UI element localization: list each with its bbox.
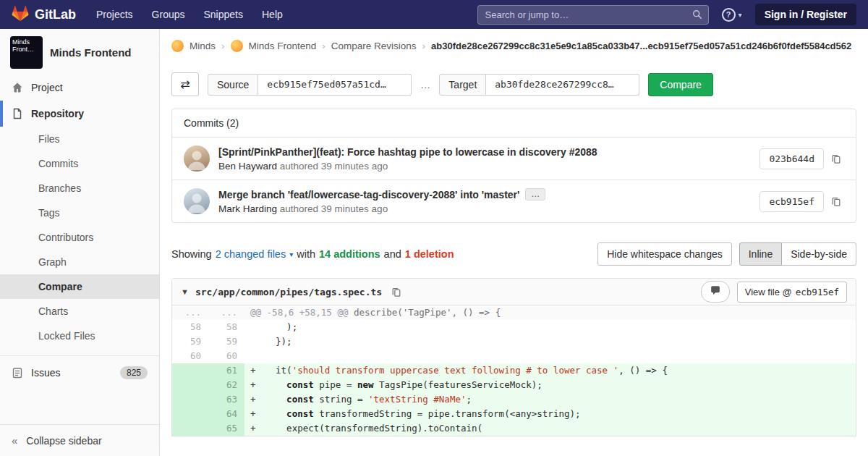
nav-item-help[interactable]: Help: [262, 9, 283, 20]
copy-file-path-button[interactable]: [388, 284, 404, 300]
copy-sha-button[interactable]: [828, 151, 844, 167]
commit-author-avatar[interactable]: [184, 145, 210, 172]
toggle-comments-button[interactable]: [701, 281, 730, 303]
diff-old-line-number[interactable]: [172, 363, 208, 378]
commit-meta: Ben Hayward authored 39 minutes ago: [218, 161, 597, 172]
and-label: and: [384, 248, 401, 260]
project-mini-avatar: [231, 40, 243, 52]
diff-old-line-number[interactable]: 60: [172, 349, 208, 363]
commit-sha[interactable]: 023b644d: [760, 148, 824, 169]
diff-new-line-number[interactable]: 59: [208, 334, 244, 349]
diff-line-content: });: [244, 334, 856, 349]
showing-label: Showing: [171, 248, 212, 260]
diff-file-actions: View file @ ecb915ef: [701, 281, 847, 303]
commit-title-link[interactable]: Merge branch 'feat/lowercase-tag-discove…: [218, 189, 519, 200]
code-segment: const: [286, 379, 314, 390]
nav-item-snippets[interactable]: Snippets: [204, 9, 243, 20]
sidebar-item-contributors[interactable]: Contributors: [0, 225, 159, 250]
commit-list: [Sprint/PinkPanther](feat): Force hashta…: [172, 138, 856, 222]
diff-file-panel: ▼ src/app/common/pipes/tags.spec.ts View…: [171, 278, 856, 436]
diff-line-content: [244, 349, 856, 363]
diff-line-sign: +: [250, 378, 265, 392]
help-menu[interactable]: ? ▾: [722, 8, 742, 22]
code-segment: [265, 379, 286, 390]
commit-author-link[interactable]: Mark Harding: [218, 203, 277, 214]
sign-in-button[interactable]: Sign in / Register: [755, 4, 856, 25]
sidebar-item-commits[interactable]: Commits: [0, 151, 159, 176]
sidebar-item-issues[interactable]: Issues 825: [0, 359, 159, 387]
target-ref-dropdown[interactable]: ab30fde28ce267299cc8…: [486, 74, 639, 96]
changed-files-dropdown[interactable]: 2 changed files: [216, 248, 286, 260]
commit-title-link[interactable]: [Sprint/PinkPanther](feat): Force hashta…: [218, 146, 597, 158]
commit-author-avatar[interactable]: [184, 188, 210, 214]
sidebar-item-repository[interactable]: Repository: [0, 101, 159, 127]
view-file-button[interactable]: View file @ ecb915ef: [737, 282, 847, 303]
compare-revisions-form: ⇄ Source ecb915ef75ed057a51cd… … Target …: [160, 63, 868, 109]
code-segment: [265, 394, 286, 405]
diff-old-line-number[interactable]: 58: [172, 320, 208, 334]
commit-author-link[interactable]: Ben Hayward: [218, 161, 277, 172]
diff-new-line-number[interactable]: 61: [208, 363, 244, 378]
copy-sha-button[interactable]: [828, 193, 844, 210]
diff-new-line-number[interactable]: 60: [208, 349, 244, 363]
diff-old-line-number[interactable]: [172, 392, 208, 407]
diff-line: 62+ const pipe = new TagsPipe(featuresSe…: [172, 378, 856, 392]
code-segment: pipe =: [314, 379, 357, 390]
diff-new-line-number[interactable]: 62: [208, 378, 244, 392]
sidebar-item-compare[interactable]: Compare: [0, 274, 159, 299]
diff-old-line-number[interactable]: [172, 378, 208, 392]
code-segment: describe('TagPipe', () => {: [354, 307, 501, 318]
main-content: Minds › Minds Frontend › Compare Revisio…: [160, 29, 868, 456]
diff-old-line-number[interactable]: 59: [172, 334, 208, 349]
sidebar-item-label: Issues: [31, 367, 60, 379]
breadcrumb-group-link[interactable]: Minds: [190, 41, 216, 51]
compare-button[interactable]: Compare: [648, 73, 713, 96]
sidebar-item-charts[interactable]: Charts: [0, 299, 159, 324]
inline-view-button[interactable]: Inline: [739, 242, 782, 266]
collapse-sidebar-button[interactable]: « Collapse sidebar: [0, 424, 159, 456]
sidebar-item-label: Repository: [31, 108, 84, 119]
diff-new-line-number[interactable]: 58: [208, 320, 244, 334]
diff-old-line-number[interactable]: [172, 407, 208, 421]
issues-icon: [12, 367, 23, 379]
sidebar-item-project[interactable]: Project: [0, 75, 159, 101]
gitlab-home-link[interactable]: GitLab: [12, 5, 76, 24]
commit-message-expander-button[interactable]: …: [525, 188, 545, 200]
hide-whitespace-button[interactable]: Hide whitespace changes: [597, 242, 732, 266]
collapse-diff-icon[interactable]: ▼: [181, 287, 189, 296]
diff-line-sign: +: [250, 421, 265, 436]
project-context-header[interactable]: Minds Front… Minds Frontend: [0, 29, 159, 75]
nav-item-projects[interactable]: Projects: [96, 9, 133, 20]
sidebar-item-branches[interactable]: Branches: [0, 176, 159, 200]
source-ref-dropdown[interactable]: ecb915ef75ed057a51cd…: [258, 74, 412, 96]
sidebar-item-tags[interactable]: Tags: [0, 200, 159, 225]
code-segment: string =: [314, 394, 368, 405]
sidebar-item-files[interactable]: Files: [0, 127, 159, 151]
search-input[interactable]: [477, 5, 709, 25]
code-segment: new: [357, 379, 374, 390]
diff-new-line-number[interactable]: ...: [208, 305, 244, 320]
side-by-side-view-button[interactable]: Side-by-side: [782, 242, 856, 266]
diff-new-line-number[interactable]: 64: [208, 407, 244, 421]
with-label: with: [297, 248, 315, 260]
sidebar-item-graph[interactable]: Graph: [0, 250, 159, 274]
diff-new-line-number[interactable]: 63: [208, 392, 244, 407]
diff-new-line-number[interactable]: 65: [208, 421, 244, 436]
gitlab-tanuki-icon: [12, 5, 29, 24]
breadcrumb-page-link[interactable]: Compare Revisions: [331, 41, 417, 51]
commit-sha[interactable]: ecb915ef: [760, 191, 824, 212]
swap-revisions-button[interactable]: ⇄: [171, 72, 199, 96]
diff-line-content: );: [244, 320, 856, 334]
nav-item-groups[interactable]: Groups: [152, 9, 185, 20]
breadcrumb-project-link[interactable]: Minds Frontend: [249, 41, 317, 51]
sidebar-item-locked-files[interactable]: Locked Files: [0, 324, 159, 348]
diff-file-path[interactable]: src/app/common/pipes/tags.spec.ts: [195, 287, 382, 297]
diff-table: ......@@ -58,6 +58,15 @@ describe('TagPi…: [172, 305, 856, 436]
diff-old-line-number[interactable]: ...: [172, 305, 208, 320]
code-segment: it(: [265, 365, 292, 376]
target-input-group: Target ab30fde28ce267299cc8…: [439, 74, 639, 96]
diff-line-content: + it('should transform uppercase text fo…: [244, 363, 856, 378]
commits-panel: Commits (2) [Sprint/PinkPanther](feat): …: [171, 109, 856, 223]
range-separator: …: [420, 79, 430, 90]
diff-old-line-number[interactable]: [172, 421, 208, 436]
